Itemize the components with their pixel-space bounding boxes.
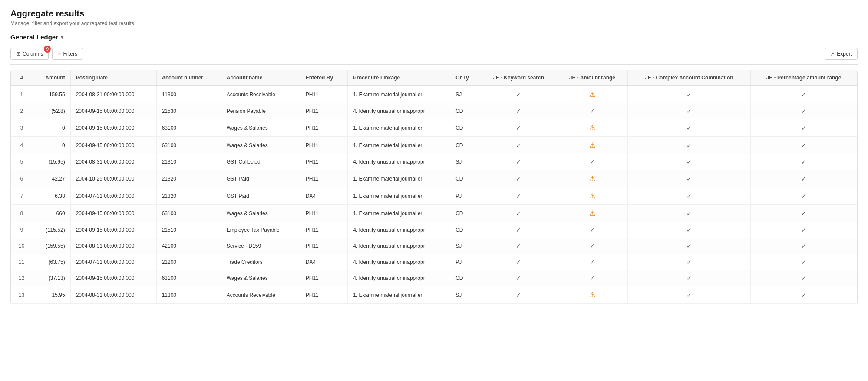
cell-account-name: Accounts Receivable [221, 286, 300, 304]
cell-or-ty: CD [450, 103, 480, 119]
cell-amount: 6.38 [33, 187, 70, 205]
toolbar-left: ⊞ Columns 9 ≡ Filters [10, 48, 83, 60]
cell-je-keyword: ✓ [480, 137, 557, 154]
cell-row-num: 4 [11, 137, 33, 154]
cell-je-keyword: ✓ [480, 85, 557, 103]
export-button[interactable]: ↗ Export [825, 48, 858, 60]
check-icon: ✓ [801, 227, 806, 233]
col-header-row-num: # [11, 70, 33, 85]
cell-je-complex-account: ✓ [627, 270, 750, 286]
cell-row-num: 11 [11, 254, 33, 270]
cell-or-ty: SJ [450, 154, 480, 170]
check-icon: ✓ [516, 227, 521, 233]
cell-je-complex-account: ✓ [627, 137, 750, 154]
cell-je-amount-range: ⚠ [557, 137, 628, 154]
cell-je-amount-range: ⚠ [557, 119, 628, 137]
cell-je-percentage: ✓ [750, 85, 857, 103]
cell-je-keyword: ✓ [480, 254, 557, 270]
cell-account-number: 21510 [156, 222, 221, 238]
cell-account-number: 21320 [156, 187, 221, 205]
cell-account-name: Wages & Salaries [221, 270, 300, 286]
col-header-je-percentage: JE - Percentage amount range [750, 70, 857, 85]
cell-posting-date: 2004-08-31 00:00:00.000 [70, 85, 156, 103]
cell-account-name: GST Collected [221, 154, 300, 170]
check-icon: ✓ [686, 158, 692, 165]
check-icon: ✓ [516, 158, 521, 165]
check-icon: ✓ [516, 125, 521, 131]
check-icon: ✓ [801, 292, 806, 299]
cell-procedure-linkage: 1. Examine material journal er [348, 119, 450, 137]
check-icon: ✓ [516, 91, 521, 98]
cell-amount: (115.52) [33, 222, 70, 238]
page-title: Aggregate results [10, 9, 858, 19]
cell-je-keyword: ✓ [480, 119, 557, 137]
cell-posting-date: 2004-07-31 00:00:00.000 [70, 254, 156, 270]
cell-or-ty: CD [450, 222, 480, 238]
warning-icon: ⚠ [589, 124, 595, 132]
cell-je-keyword: ✓ [480, 205, 557, 222]
warning-icon: ⚠ [589, 141, 595, 149]
check-icon: ✓ [801, 125, 806, 131]
cell-or-ty: CD [450, 137, 480, 154]
cell-posting-date: 2004-08-31 00:00:00.000 [70, 286, 156, 304]
check-icon: ✓ [801, 142, 806, 149]
cell-je-keyword: ✓ [480, 187, 557, 205]
check-icon: ✓ [516, 193, 521, 200]
cell-procedure-linkage: 1. Examine material journal er [348, 85, 450, 103]
cell-entered-by: DA4 [300, 254, 347, 270]
cell-amount: (15.95) [33, 154, 70, 170]
table-row: 402004-09-15 00:00:00.00063100Wages & Sa… [11, 137, 857, 154]
cell-je-complex-account: ✓ [627, 238, 750, 254]
cell-or-ty: SJ [450, 238, 480, 254]
cell-je-keyword: ✓ [480, 238, 557, 254]
check-icon: ✓ [516, 175, 521, 182]
cell-entered-by: PH11 [300, 270, 347, 286]
col-header-procedure-linkage: Procedure Linkage [348, 70, 450, 85]
cell-je-percentage: ✓ [750, 154, 857, 170]
check-icon: ✓ [801, 193, 806, 200]
cell-posting-date: 2004-09-15 00:00:00.000 [70, 270, 156, 286]
cell-posting-date: 2004-09-15 00:00:00.000 [70, 103, 156, 119]
cell-account-number: 63100 [156, 270, 221, 286]
check-icon: ✓ [686, 210, 692, 217]
cell-entered-by: PH11 [300, 170, 347, 187]
table-row: 1159.552004-08-31 00:00:00.00011300Accou… [11, 85, 857, 103]
cell-entered-by: PH11 [300, 238, 347, 254]
table-body: 1159.552004-08-31 00:00:00.00011300Accou… [11, 85, 857, 304]
check-icon: ✓ [686, 227, 692, 233]
check-icon: ✓ [516, 259, 521, 266]
cell-entered-by: PH11 [300, 137, 347, 154]
filters-button[interactable]: ≡ Filters [52, 48, 83, 60]
cell-procedure-linkage: 1. Examine material journal er [348, 170, 450, 187]
filters-label: Filters [63, 51, 77, 57]
cell-je-percentage: ✓ [750, 205, 857, 222]
chevron-down-icon[interactable]: ▾ [61, 34, 63, 40]
cell-row-num: 13 [11, 286, 33, 304]
cell-account-number: 11300 [156, 85, 221, 103]
check-icon: ✓ [686, 292, 692, 299]
cell-procedure-linkage: 4. Identify unusual or inappropr [348, 270, 450, 286]
columns-icon: ⊞ [16, 51, 20, 57]
cell-account-name: GST Paid [221, 187, 300, 205]
columns-badge: 9 [44, 46, 51, 53]
cell-je-complex-account: ✓ [627, 254, 750, 270]
warning-icon: ⚠ [589, 174, 595, 183]
cell-procedure-linkage: 4. Identify unusual or inappropr [348, 103, 450, 119]
toolbar: ⊞ Columns 9 ≡ Filters ↗ Export [10, 48, 858, 65]
columns-button[interactable]: ⊞ Columns 9 [10, 48, 49, 60]
check-icon: ✓ [686, 243, 692, 250]
check-icon: ✓ [516, 142, 521, 149]
cell-row-num: 10 [11, 238, 33, 254]
cell-entered-by: PH11 [300, 103, 347, 119]
export-label: Export [837, 51, 852, 57]
check-icon: ✓ [801, 108, 806, 115]
cell-or-ty: PJ [450, 187, 480, 205]
cell-je-amount-range: ⚠ [557, 205, 628, 222]
check-icon: ✓ [801, 243, 806, 250]
check-icon: ✓ [590, 243, 595, 250]
table-row: 1315.952004-08-31 00:00:00.00011300Accou… [11, 286, 857, 304]
cell-account-name: Employee Tax Payable [221, 222, 300, 238]
table-row: 12(37.13)2004-09-15 00:00:00.00063100Wag… [11, 270, 857, 286]
cell-entered-by: PH11 [300, 222, 347, 238]
check-icon: ✓ [686, 125, 692, 131]
